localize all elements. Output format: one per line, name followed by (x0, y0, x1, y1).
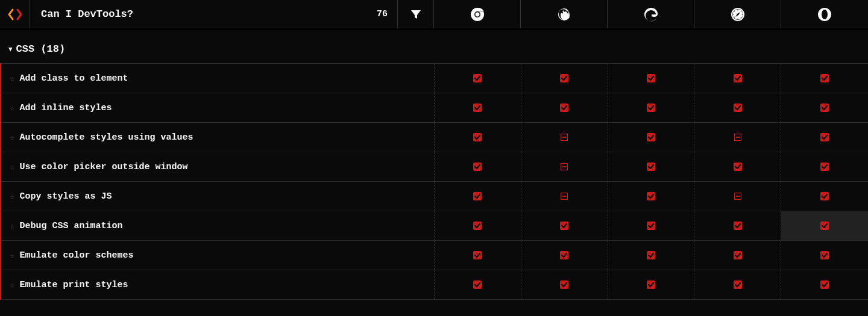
support-cell-chrome[interactable] (435, 152, 521, 181)
support-cell-edge[interactable] (608, 241, 695, 270)
support-cell-firefox[interactable] (521, 211, 608, 240)
star-outline-icon[interactable]: ☆ (10, 73, 14, 84)
support-cell-safari[interactable] (694, 241, 781, 270)
browser-column-safari[interactable] (694, 0, 781, 28)
support-cell-chrome[interactable] (435, 211, 521, 240)
support-cell-edge[interactable] (608, 123, 695, 152)
browser-column-edge[interactable] (608, 0, 694, 28)
support-cell-chrome[interactable] (435, 93, 521, 122)
feature-row[interactable]: ☆Add inline styles (1, 93, 868, 123)
support-cell-safari[interactable] (694, 93, 781, 122)
caret-down-icon: ▼ (8, 46, 13, 53)
support-cell-opera[interactable] (781, 211, 868, 240)
check-icon (647, 192, 655, 200)
check-icon (734, 222, 742, 230)
partial-icon (561, 163, 568, 170)
check-icon (820, 251, 829, 259)
feature-name-cell[interactable]: ☆Emulate print styles (1, 270, 435, 299)
browser-column-opera[interactable] (781, 0, 868, 28)
filter-button[interactable] (398, 0, 434, 28)
check-icon (820, 192, 829, 200)
check-icon (734, 74, 742, 82)
support-cell-safari[interactable] (694, 182, 781, 211)
check-icon (473, 192, 482, 200)
support-cell-opera[interactable] (781, 64, 868, 93)
support-cell-safari[interactable] (694, 152, 781, 181)
check-icon (820, 104, 829, 112)
feature-label: Add class to element (19, 73, 128, 84)
feature-row[interactable]: ☆Copy styles as JS (1, 182, 868, 211)
support-cell-chrome[interactable] (435, 241, 521, 270)
feature-name-cell[interactable]: ☆Copy styles as JS (1, 182, 435, 211)
check-icon (820, 133, 829, 141)
support-cell-chrome[interactable] (435, 123, 521, 152)
star-outline-icon[interactable]: ☆ (10, 221, 14, 231)
feature-row[interactable]: ☆Emulate print styles (1, 270, 868, 300)
browser-column-firefox[interactable] (521, 0, 608, 28)
partial-icon (561, 134, 568, 141)
support-cell-safari[interactable] (694, 64, 781, 93)
support-cell-chrome[interactable] (435, 182, 521, 211)
feature-row[interactable]: ☆Emulate color schemes (1, 241, 868, 270)
feature-row[interactable]: ☆Add class to element (1, 64, 868, 93)
check-icon (820, 163, 829, 171)
feature-label: Debug CSS animation (19, 221, 122, 231)
support-cell-edge[interactable] (608, 270, 695, 299)
star-outline-icon[interactable]: ☆ (10, 103, 14, 113)
support-cell-edge[interactable] (608, 152, 695, 181)
support-cell-opera[interactable] (781, 182, 868, 211)
feature-name-cell[interactable]: ☆Emulate color schemes (1, 241, 435, 270)
feature-label: Use color picker outside window (19, 162, 187, 172)
check-icon (473, 222, 482, 230)
support-cell-edge[interactable] (608, 64, 695, 93)
check-icon (560, 222, 568, 230)
check-icon (647, 222, 655, 230)
feature-label: Add inline styles (19, 103, 112, 113)
support-cell-firefox[interactable] (521, 64, 608, 93)
star-outline-icon[interactable]: ☆ (10, 191, 14, 202)
check-icon (473, 163, 482, 171)
star-outline-icon[interactable]: ☆ (10, 132, 14, 143)
support-cell-opera[interactable] (781, 270, 868, 299)
star-outline-icon[interactable]: ☆ (10, 280, 14, 290)
chrome-icon (470, 7, 485, 22)
check-icon (647, 280, 655, 289)
feature-name-cell[interactable]: ☆Add inline styles (1, 93, 435, 122)
site-title[interactable]: Can I DevTools? (30, 0, 367, 28)
star-outline-icon[interactable]: ☆ (10, 250, 14, 261)
support-cell-firefox[interactable] (521, 182, 608, 211)
feature-row[interactable]: ☆Autocomplete styles using values (1, 123, 868, 152)
feature-row[interactable]: ☆Use color picker outside window (1, 152, 868, 182)
feature-name-cell[interactable]: ☆Debug CSS animation (1, 211, 435, 240)
support-cell-firefox[interactable] (521, 270, 608, 299)
support-cell-firefox[interactable] (521, 152, 608, 181)
support-cell-edge[interactable] (608, 93, 695, 122)
code-brackets-icon (8, 8, 22, 21)
browser-column-chrome[interactable] (434, 0, 521, 28)
check-icon (820, 74, 829, 82)
support-cell-safari[interactable] (694, 270, 781, 299)
feature-row[interactable]: ☆Debug CSS animation (1, 211, 868, 241)
feature-name-cell[interactable]: ☆Use color picker outside window (1, 152, 435, 181)
support-cell-safari[interactable] (694, 123, 781, 152)
support-cell-opera[interactable] (781, 93, 868, 122)
feature-name-cell[interactable]: ☆Autocomplete styles using values (1, 123, 435, 152)
support-cell-opera[interactable] (781, 152, 868, 181)
support-cell-chrome[interactable] (435, 64, 521, 93)
feature-count: 76 (367, 0, 398, 28)
logo[interactable] (0, 0, 30, 28)
support-cell-chrome[interactable] (435, 270, 521, 299)
support-cell-edge[interactable] (608, 211, 695, 240)
support-cell-edge[interactable] (608, 182, 695, 211)
support-cell-firefox[interactable] (521, 241, 608, 270)
check-icon (560, 251, 568, 259)
star-outline-icon[interactable]: ☆ (10, 162, 14, 172)
section-header[interactable]: ▼ CSS (18) (0, 30, 868, 63)
support-cell-opera[interactable] (781, 241, 868, 270)
support-cell-opera[interactable] (781, 123, 868, 152)
feature-name-cell[interactable]: ☆Add class to element (1, 64, 435, 93)
support-cell-firefox[interactable] (521, 123, 608, 152)
support-cell-safari[interactable] (694, 211, 781, 240)
header: Can I DevTools? 76 (0, 0, 868, 30)
support-cell-firefox[interactable] (521, 93, 608, 122)
